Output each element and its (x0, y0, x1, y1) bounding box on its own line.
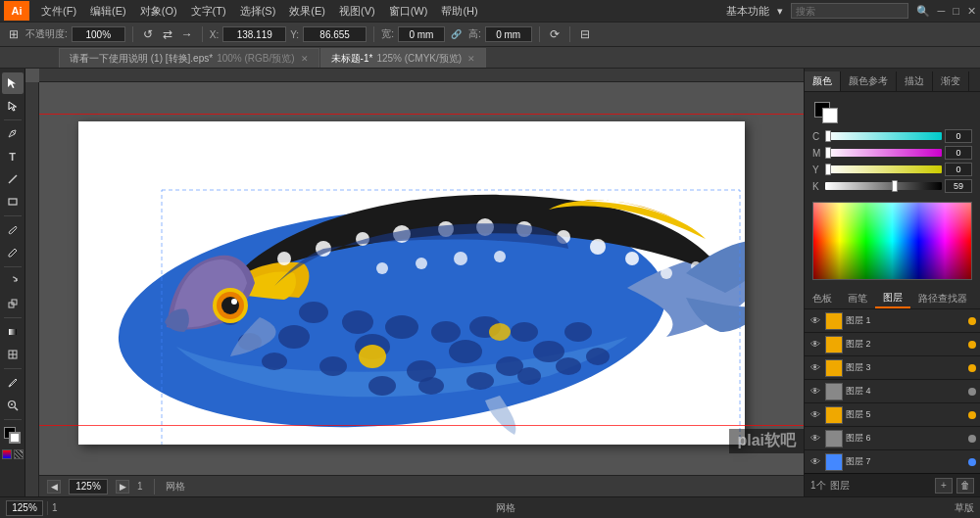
layer-row-3[interactable]: 👁 图层 3 (805, 356, 980, 380)
close-button[interactable]: ✕ (967, 5, 976, 18)
direct-selection-tool[interactable] (2, 95, 24, 117)
tab-1[interactable]: 未标题-1* 125% (CMYK/预览) ✕ (320, 48, 486, 68)
h-input[interactable] (485, 26, 532, 42)
c-thumb[interactable] (825, 130, 831, 142)
tab-brushes[interactable]: 画笔 (840, 289, 875, 308)
reset-icon[interactable]: ↺ (140, 26, 156, 42)
color-spectrum[interactable] (812, 202, 972, 280)
x-input[interactable] (222, 26, 286, 42)
none-icon[interactable] (14, 449, 24, 459)
delete-layer-button[interactable]: 🗑 (956, 478, 974, 494)
layer-row-1[interactable]: 👁 图层 1 (805, 309, 980, 333)
fg-bg-swatch[interactable] (812, 100, 840, 123)
pencil-tool[interactable] (2, 242, 24, 263)
layer-row-4[interactable]: 👁 图层 4 (805, 380, 980, 403)
w-input[interactable] (398, 26, 445, 42)
menu-edit[interactable]: 编辑(E) (84, 2, 132, 21)
prev-page-button[interactable]: ◀ (47, 480, 61, 494)
bottom-zoom-input[interactable] (6, 500, 43, 516)
next-page-button[interactable]: ▶ (116, 480, 129, 494)
transparency-input[interactable] (72, 26, 125, 42)
transform-icon[interactable]: ⟳ (547, 26, 563, 42)
arrow-icon[interactable]: → (179, 26, 195, 42)
layer-4-visibility[interactable]: 👁 (808, 385, 822, 399)
k-value[interactable] (945, 179, 972, 193)
pen-tool[interactable] (2, 123, 24, 145)
menu-window[interactable]: 窗口(W) (383, 2, 434, 21)
tab-pathfinder[interactable]: 路径查找器 (910, 289, 975, 308)
layer-6-visibility[interactable]: 👁 (808, 432, 822, 446)
menu-object[interactable]: 对象(O) (134, 2, 183, 21)
layer-5-visibility[interactable]: 👁 (808, 408, 822, 422)
tab-1-close[interactable]: ✕ (467, 54, 475, 64)
mesh-tool[interactable] (2, 344, 24, 365)
tool-sep-6 (4, 419, 22, 420)
menu-view[interactable]: 视图(V) (333, 2, 381, 21)
gradient-tool[interactable] (2, 321, 24, 343)
search-icon[interactable]: 🔍 (916, 5, 930, 18)
menu-help[interactable]: 帮助(H) (435, 2, 483, 21)
tab-color[interactable]: 颜色 (805, 71, 841, 91)
menu-type[interactable]: 文字(T) (185, 2, 232, 21)
layer-row-2[interactable]: 👁 图层 2 (805, 333, 980, 356)
m-thumb[interactable] (825, 147, 831, 159)
tab-swatches[interactable]: 色板 (805, 289, 840, 308)
menu-select[interactable]: 选择(S) (234, 2, 282, 21)
y-value[interactable] (945, 163, 972, 176)
rectangle-tool[interactable] (2, 191, 24, 212)
type-tool[interactable]: T (2, 146, 24, 167)
y-thumb[interactable] (825, 164, 831, 175)
gradient-icon[interactable] (2, 449, 12, 459)
svg-point-32 (368, 376, 396, 396)
y-input[interactable] (303, 26, 367, 42)
tab-color-ref[interactable]: 颜色参考 (841, 71, 897, 91)
layer-row-6[interactable]: 👁 图层 6 (805, 427, 980, 450)
minimize-button[interactable]: ─ (938, 5, 946, 17)
transparency-label: 不透明度: (25, 27, 68, 41)
tab-stroke[interactable]: 描边 (897, 71, 933, 91)
layer-7-visibility[interactable]: 👁 (808, 455, 822, 469)
artboard[interactable] (78, 121, 745, 445)
m-value[interactable] (945, 146, 972, 160)
k-track[interactable] (825, 182, 942, 190)
tool-sep-3 (4, 266, 22, 267)
zoom-input[interactable] (69, 479, 108, 494)
c-track[interactable] (825, 132, 942, 140)
layer-1-visibility[interactable]: 👁 (808, 314, 822, 328)
tab-gradient[interactable]: 渐变 (933, 71, 969, 91)
canvas-content[interactable]: plai软吧 (39, 82, 804, 475)
k-thumb[interactable] (892, 180, 898, 192)
scale-tool[interactable] (2, 293, 24, 314)
menu-file[interactable]: 文件(F) (35, 2, 82, 21)
line-tool[interactable] (2, 168, 24, 190)
layer-3-visibility[interactable]: 👁 (808, 361, 822, 375)
y-track[interactable] (825, 165, 942, 173)
layer-2-visibility[interactable]: 👁 (808, 338, 822, 352)
canvas-area[interactable]: plai软吧 ◀ ▶ 1 网格 (25, 69, 804, 496)
arrange-icon[interactable]: ⇄ (160, 26, 175, 42)
layer-row-5[interactable]: 👁 图层 5 (805, 403, 980, 427)
layer-row-7[interactable]: 👁 图层 7 (805, 450, 980, 473)
zoom-tool[interactable] (2, 395, 24, 416)
rotate-tool[interactable] (2, 270, 24, 292)
tab-0-close[interactable]: ✕ (301, 54, 309, 64)
k-label: K (812, 181, 822, 192)
tab-0[interactable]: 请看一下使用说明 (1) [转换].eps* 100% (RGB/预览) ✕ (59, 48, 319, 68)
paintbrush-tool[interactable] (2, 219, 24, 241)
search-input[interactable] (791, 3, 908, 19)
tab-layers[interactable]: 图层 (875, 289, 910, 308)
workspace-dropdown-icon[interactable]: ▾ (777, 5, 783, 18)
maximize-button[interactable]: □ (953, 5, 959, 17)
m-track[interactable] (825, 149, 942, 157)
top-right-controls: 基本功能 ▾ 🔍 ─ □ ✕ (726, 3, 976, 19)
c-value[interactable] (945, 129, 972, 143)
selection-tool[interactable] (2, 72, 24, 94)
align-icon[interactable]: ⊟ (577, 26, 593, 42)
new-layer-button[interactable]: + (935, 478, 953, 494)
fill-stroke-swatches[interactable] (2, 425, 24, 447)
lock-icon[interactable]: 🔗 (449, 26, 465, 42)
eyedropper-tool[interactable] (2, 372, 24, 394)
menu-effect[interactable]: 效果(E) (283, 2, 331, 21)
bottom-divider (47, 501, 48, 515)
svg-point-27 (262, 353, 287, 370)
